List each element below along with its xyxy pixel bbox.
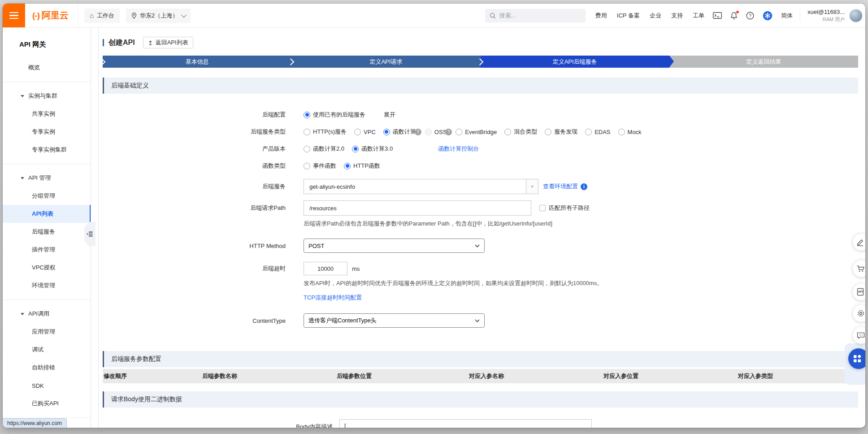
sidebar-item[interactable]: 专享实例 [3,123,91,141]
menu-button[interactable] [3,4,25,27]
sidebar-item[interactable]: 后端服务 [3,223,91,241]
sidebar-item-label: 专享实例 [32,128,55,136]
sidebar-item[interactable]: 共享实例 [3,105,91,123]
map-pin-icon [131,13,137,19]
help-question-icon[interactable]: ? [445,129,452,135]
sidebar-item[interactable]: API调用 [3,305,91,323]
match-subpath-checkbox[interactable] [539,205,546,211]
sidebar-item[interactable]: 专享实例集群 [3,141,91,159]
sidebar-item[interactable]: 已购买API [3,395,91,412]
radio-service-type[interactable]: VPC ? [354,129,376,135]
select-chevron-icon [475,319,480,322]
section-header-backend-params: 后端服务参数配置 [103,351,858,367]
sidebar-item[interactable]: API 管理 [3,169,91,187]
cloudshell-icon[interactable] [713,12,722,19]
radio-label: HTTP函数 [353,162,380,170]
dropdown-arrow-icon[interactable]: ▼ [526,179,538,194]
service-type-row: 后端服务类型 HTTP(s)服务 ? VPC [103,128,858,136]
sidebar-item[interactable] [3,164,91,164]
back-to-api-list-button[interactable]: 返回API列表 [143,37,193,48]
language-toggle[interactable]: 简体 [781,12,793,20]
wizard-step[interactable]: 基本信息 [103,56,291,68]
title-accent-bar [103,39,104,46]
search-box[interactable] [485,9,586,22]
radio-service-type[interactable]: 服务发现 ? [545,128,577,136]
sidebar-item[interactable]: 概览 [3,59,91,77]
radio-service-type[interactable]: HTTP(s)服务 ? [304,128,347,136]
expand-toggle[interactable]: 展开 [384,111,395,119]
sidebar-item[interactable] [3,299,91,300]
tcp-timeout-config-link[interactable]: TCP连接超时时间配置 [304,294,362,301]
fc-console-link[interactable]: 函数计算控制台 [438,145,479,153]
sidebar-item-label: 调试 [32,346,43,354]
support-asterisk-icon[interactable] [763,11,773,21]
region-selector[interactable]: 华东2（上海） [126,9,191,23]
sidebar-item[interactable]: VPC授权 [3,259,91,277]
radio-product-version[interactable]: 函数计算2.0 [304,145,344,153]
radio-service-type[interactable]: 混合类型 ? [504,128,537,136]
sidebar-item[interactable] [3,417,91,418]
radio-service-type[interactable]: EDAS ? [585,129,610,135]
http-method-row: HTTP Method POST [103,239,858,253]
sidebar-item[interactable]: API列表 [3,205,91,223]
topbar-link[interactable]: ICP 备案 [617,12,640,20]
backend-service-select[interactable]: get-aliyun-ecsinfo ▼ [304,179,538,194]
browser-window: (-) 阿里云 ⌂ 工作台 华东2（上海） 费用ICP 备案企业支持工单 [3,4,865,428]
app-grid-button[interactable] [848,348,865,369]
help-icon[interactable]: ? [746,12,754,20]
radio-icon [618,129,625,135]
radio-service-type[interactable]: 函数计算 ? [383,128,425,136]
help-question-icon[interactable]: ? [415,129,421,135]
radio-function-type[interactable]: 事件函数 [304,162,336,170]
svg-text:?: ? [749,13,751,18]
sidebar-item[interactable]: 插件管理 [3,241,91,259]
sidebar-item[interactable]: 实例与集群 [3,87,91,105]
timeout-input[interactable] [304,262,347,275]
match-subpath-label: 匹配所有子路径 [549,204,590,212]
aliyun-logo[interactable]: (-) 阿里云 [25,9,78,22]
select-chevron-icon [475,244,480,247]
notifications-bell-icon[interactable] [730,12,738,20]
topbar-link[interactable]: 企业 [650,12,661,20]
workbench-button[interactable]: ⌂ 工作台 [84,9,120,23]
radio-service-type[interactable]: Mock ? [618,129,642,135]
sidebar-item-label: 应用管理 [32,328,55,336]
radio-product-version[interactable]: 函数计算3.0 [352,145,393,153]
sidebar-item[interactable]: 分组管理 [3,187,91,205]
http-method-select[interactable]: POST [304,239,485,253]
radio-label: 函数计算3.0 [361,145,393,153]
radio-service-type[interactable]: OSS ? [425,129,456,135]
pencil-icon [856,238,864,246]
info-icon[interactable]: i [581,183,587,190]
sidebar-item[interactable]: 应用管理 [3,323,91,341]
radio-use-existing-backend[interactable]: 使用已有的后端服务 [304,111,365,119]
radio-function-type[interactable]: HTTP函数 [344,162,380,170]
chevron-down-icon [181,12,187,18]
sidebar-item-label: 插件管理 [32,246,55,254]
radio-label: EDAS [595,129,610,135]
sidebar-item[interactable]: SDK [3,377,91,395]
params-column-header: 对应入参类型 [737,372,858,380]
avatar[interactable] [849,9,863,22]
sidebar-item-label: 专享实例集群 [32,146,67,154]
sidebar-item[interactable]: 自助排错 [3,359,91,377]
wizard-step[interactable]: 定义API后端服务 [481,56,669,68]
view-env-config-link[interactable]: 查看环境配置 [543,182,578,191]
wizard-step[interactable]: 定义返回结果 [669,56,858,68]
account-menu[interactable]: xuel@11683... RAM 用户 [800,8,845,22]
wizard-step[interactable]: 定义API请求 [291,56,480,68]
search-input[interactable] [499,12,576,19]
body-description-textarea[interactable]: [ [339,419,592,428]
topbar-link[interactable]: 工单 [693,12,704,20]
sidebar-item[interactable] [3,82,91,82]
field-label: 函数类型 [103,162,286,170]
backend-path-input[interactable] [304,200,531,216]
sidebar-collapse-handle[interactable] [84,222,95,246]
sidebar-item[interactable]: 调试 [3,341,91,359]
topbar-link[interactable]: 支持 [671,12,683,20]
topbar-link[interactable]: 费用 [595,12,607,20]
radio-service-type[interactable]: EventBridge ? [456,129,497,135]
content-type-select[interactable]: 透传客户端ContentType头 [304,313,485,328]
radio-label: EventBridge [465,129,497,135]
sidebar-item[interactable]: 环境管理 [3,277,91,295]
